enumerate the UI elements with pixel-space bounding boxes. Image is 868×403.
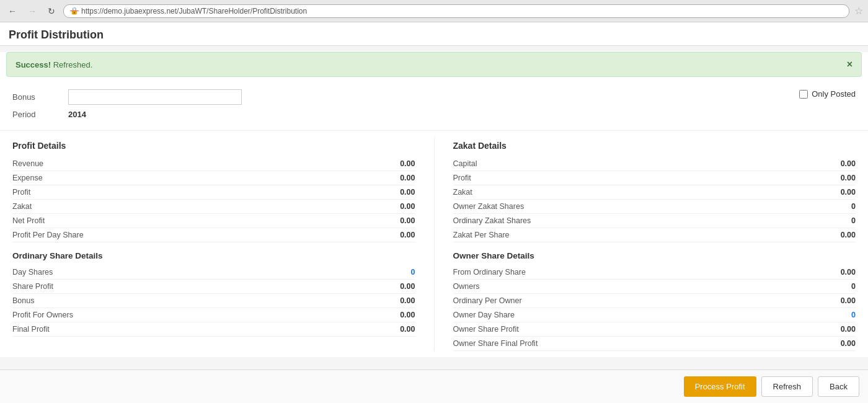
forward-nav-button[interactable]: → bbox=[25, 5, 40, 17]
page-title-area: Profit Distribution bbox=[0, 22, 868, 46]
bonus-label: Bonus bbox=[12, 92, 62, 102]
ordinary-share-heading: Ordinary Share Details bbox=[12, 251, 415, 260]
url-text: https://demo.jubaexpress.net/JubaWT/Shar… bbox=[81, 7, 307, 16]
page-title: Profit Distribution bbox=[9, 29, 859, 42]
owner-share-rows: From Ordinary Share 0.00 Owners 0 Ordina… bbox=[453, 265, 856, 351]
main-content: Success! Refreshed. × Bonus Period 2014 … bbox=[0, 52, 868, 357]
detail-row: Owner Day Share 0 bbox=[453, 308, 856, 322]
detail-row: Share Profit 0.00 bbox=[12, 280, 415, 294]
detail-row: Ordinary Zakat Shares 0 bbox=[453, 214, 856, 228]
browser-chrome: ← → ↻ 🔒 https://demo.jubaexpress.net/Jub… bbox=[0, 0, 868, 22]
detail-row: Profit For Owners 0.00 bbox=[12, 308, 415, 322]
security-icon: 🔒 bbox=[70, 7, 79, 15]
success-alert: Success! Refreshed. × bbox=[6, 52, 862, 77]
right-details-col: Zakat Details Capital 0.00 Profit 0.00 Z… bbox=[434, 137, 856, 351]
profit-details-heading: Profit Details bbox=[12, 141, 415, 151]
detail-row: Net Profit 0.00 bbox=[12, 214, 415, 228]
alert-message: Refreshed. bbox=[51, 60, 92, 69]
period-label: Period bbox=[12, 110, 62, 119]
detail-row: Owner Share Final Profit 0.00 bbox=[453, 337, 856, 351]
detail-row: Ordinary Per Owner 0.00 bbox=[453, 294, 856, 308]
details-wrapper: Profit Details Revenue 0.00 Expense 0.00… bbox=[0, 131, 868, 357]
detail-row: Capital 0.00 bbox=[453, 157, 856, 171]
zakat-details-heading: Zakat Details bbox=[453, 141, 856, 151]
profit-details-rows: Revenue 0.00 Expense 0.00 Profit 0.00 Za… bbox=[12, 157, 415, 242]
form-section: Bonus Period 2014 Only Posted bbox=[0, 83, 868, 131]
detail-row: Owner Share Profit 0.00 bbox=[453, 322, 856, 337]
alert-close-button[interactable]: × bbox=[847, 59, 852, 70]
detail-row: Expense 0.00 bbox=[12, 171, 415, 185]
detail-row: From Ordinary Share 0.00 bbox=[453, 265, 856, 280]
back-nav-button[interactable]: ← bbox=[5, 5, 20, 17]
ordinary-share-rows: Day Shares 0 Share Profit 0.00 Bonus 0.0… bbox=[12, 265, 415, 337]
address-bar[interactable]: 🔒 https://demo.jubaexpress.net/JubaWT/Sh… bbox=[63, 4, 849, 18]
detail-row: Final Profit 0.00 bbox=[12, 322, 415, 337]
zakat-details-rows: Capital 0.00 Profit 0.00 Zakat 0.00 Owne… bbox=[453, 157, 856, 242]
detail-row: Owner Zakat Shares 0 bbox=[453, 200, 856, 214]
detail-row: Revenue 0.00 bbox=[12, 157, 415, 171]
detail-row: Day Shares 0 bbox=[12, 265, 415, 280]
detail-row: Profit Per Day Share 0.00 bbox=[12, 228, 415, 242]
detail-row: Bonus 0.00 bbox=[12, 294, 415, 308]
detail-row: Owners 0 bbox=[453, 280, 856, 294]
bonus-input[interactable] bbox=[68, 89, 242, 105]
alert-text: Success! Refreshed. bbox=[16, 60, 92, 69]
period-row: Period 2014 bbox=[12, 110, 242, 119]
period-value: 2014 bbox=[68, 110, 86, 119]
only-posted-checkbox[interactable] bbox=[799, 90, 808, 99]
alert-bold: Success! bbox=[16, 60, 51, 69]
detail-row: Profit 0.00 bbox=[453, 171, 856, 185]
detail-row: Zakat 0.00 bbox=[453, 185, 856, 200]
detail-row: Profit 0.00 bbox=[12, 185, 415, 200]
detail-row: Zakat 0.00 bbox=[12, 200, 415, 214]
left-details-col: Profit Details Revenue 0.00 Expense 0.00… bbox=[12, 137, 434, 351]
only-posted-area: Only Posted bbox=[799, 89, 856, 99]
bookmark-button[interactable]: ☆ bbox=[854, 5, 863, 17]
detail-row: Zakat Per Share 0.00 bbox=[453, 228, 856, 242]
bonus-row: Bonus bbox=[12, 89, 242, 105]
owner-share-heading: Owner Share Details bbox=[453, 251, 856, 260]
form-fields: Bonus Period 2014 bbox=[12, 89, 242, 124]
reload-button[interactable]: ↻ bbox=[45, 5, 58, 17]
only-posted-label: Only Posted bbox=[812, 89, 856, 99]
